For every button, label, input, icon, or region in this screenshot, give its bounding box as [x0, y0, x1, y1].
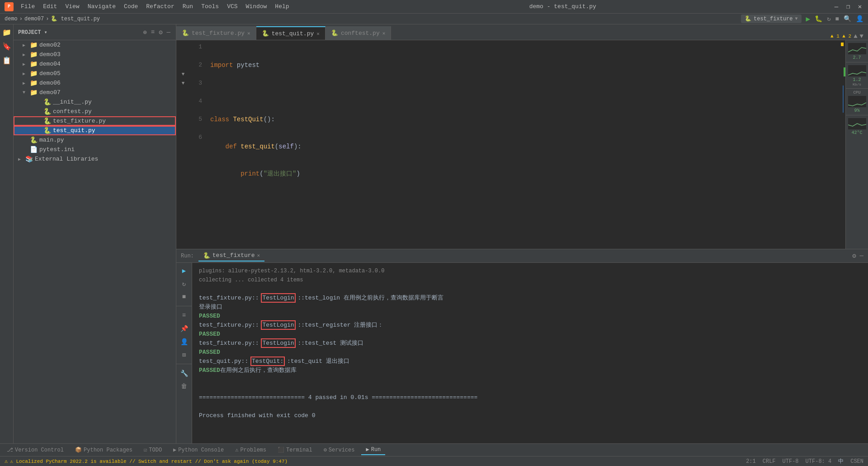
- editor-scroll-up[interactable]: ▲: [854, 33, 857, 40]
- run-pin-btn[interactable]: 📌: [179, 323, 189, 334]
- problems-icon: ⚠: [235, 447, 238, 453]
- tab-services[interactable]: ⚙ Services: [319, 445, 359, 455]
- menu-run[interactable]: Run: [179, 2, 197, 11]
- tab-conftest-close[interactable]: ✕: [382, 30, 386, 36]
- run-config-dropdown[interactable]: ▼: [795, 16, 798, 21]
- line-numbers: 1 2 3 4 5 6: [190, 40, 206, 249]
- vc-icon: ⎇: [7, 447, 13, 453]
- menu-window[interactable]: Window: [242, 2, 271, 11]
- tab-python-packages[interactable]: 📦 Python Packages: [71, 445, 137, 455]
- run-config-name[interactable]: test_fixture: [754, 16, 793, 22]
- line-endings[interactable]: CRLF: [763, 458, 776, 465]
- activity-project[interactable]: 📁: [1, 27, 13, 38]
- code-content[interactable]: import pytest class TestQuit(): def test…: [206, 40, 839, 249]
- menu-edit[interactable]: Edit: [39, 2, 61, 11]
- tree-item-demo07[interactable]: ▼ 📁 demo07: [14, 88, 176, 97]
- breadcrumb-file[interactable]: 🐍 test_quit.py: [51, 15, 100, 22]
- run-icon: 🐍: [745, 15, 751, 22]
- menu-navigate[interactable]: Navigate: [84, 2, 119, 11]
- tree-item-init[interactable]: 🐍 __init__.py: [14, 97, 176, 107]
- run-output-line-12: ============================== 4 passed …: [199, 393, 861, 402]
- sidebar-icons: ⊕ ≡ ⚙ —: [142, 28, 171, 37]
- tab-run[interactable]: ▶ Run: [361, 445, 385, 455]
- sidebar-close-icon[interactable]: —: [166, 28, 171, 37]
- activity-bookmarks[interactable]: 🔖: [1, 41, 13, 52]
- tree-item-pytest-ini[interactable]: 📄 pytest.ini: [14, 145, 176, 154]
- tree-item-test-quit[interactable]: 🐍 test_quit.py: [14, 126, 176, 135]
- maximize-button[interactable]: ❐: [844, 3, 852, 10]
- editor-area: 🐍 test_fixture.py ✕ 🐍 test_quit.py ✕ 🐍 c…: [176, 24, 868, 249]
- run-settings-btn[interactable]: ⚙: [852, 252, 856, 260]
- run-play-btn[interactable]: ▶: [179, 265, 189, 276]
- tree-item-demo05[interactable]: ▶ 📁 demo05: [14, 69, 176, 78]
- tree-item-demo02[interactable]: ▶ 📁 demo02: [14, 40, 176, 50]
- sidebar-locate-icon[interactable]: ⊕: [142, 28, 147, 37]
- menu-help[interactable]: Help: [271, 2, 292, 11]
- run-user-btn[interactable]: 👤: [179, 336, 189, 347]
- run-rerun-btn[interactable]: ↻: [179, 278, 189, 289]
- sidebar-settings-icon[interactable]: ⚙: [158, 28, 163, 37]
- menu-view[interactable]: View: [61, 2, 83, 11]
- run-expand-btn[interactable]: ⊞: [179, 349, 189, 360]
- tab-test-quit-close[interactable]: ✕: [316, 31, 320, 37]
- menu-tools[interactable]: Tools: [198, 2, 222, 11]
- line-num-5: 5: [190, 115, 202, 124]
- run-button[interactable]: ▶: [806, 14, 811, 24]
- vc-label: Version Control: [15, 447, 64, 453]
- menu-refactor[interactable]: Refactor: [142, 2, 178, 11]
- perf-memory2: 1.2 Kb/s: [846, 62, 868, 89]
- menu-code[interactable]: Code: [120, 2, 142, 11]
- run-stop-btn[interactable]: ■: [179, 291, 189, 302]
- menu-vcs[interactable]: VCS: [223, 2, 241, 11]
- tab-test-fixture[interactable]: 🐍 test_fixture.py ✕: [176, 26, 256, 40]
- fold-indicator-3: [176, 61, 190, 70]
- run-minimize-btn[interactable]: —: [860, 252, 863, 260]
- tab-python-console[interactable]: ▶ Python Console: [169, 445, 228, 455]
- breadcrumb-demo07[interactable]: demo07: [24, 16, 44, 22]
- tab-todo[interactable]: ☑ TODO: [139, 445, 166, 455]
- tab-problems[interactable]: ⚠ Problems: [231, 445, 271, 455]
- indent-size[interactable]: UTF-8: 4: [806, 458, 832, 465]
- tree-item-demo03[interactable]: ▶ 📁 demo03: [14, 50, 176, 59]
- tree-item-demo06[interactable]: ▶ 📁 demo06: [14, 78, 176, 88]
- tab-test-quit[interactable]: 🐍 test_quit.py ✕: [256, 26, 326, 40]
- console-icon: ▶: [173, 447, 176, 453]
- run-tools-btn[interactable]: 🔧: [179, 368, 189, 379]
- user-icon[interactable]: 👤: [856, 15, 863, 23]
- tab-conftest[interactable]: 🐍 conftest.py ✕: [326, 26, 391, 40]
- search-button[interactable]: 🔍: [844, 15, 851, 23]
- run-panel: Run: 🐍 test_fixture ✕ ⚙ — ▶ ↻: [176, 249, 868, 443]
- run-tab-close[interactable]: ✕: [257, 252, 260, 258]
- tree-item-test-fixture[interactable]: 🐍 test_fixture.py: [14, 116, 176, 126]
- tab-test-fixture-close[interactable]: ✕: [247, 30, 250, 36]
- tree-item-demo04[interactable]: ▶ 📁 demo04: [14, 59, 176, 69]
- tab-version-control[interactable]: ⎇ Version Control: [2, 445, 68, 455]
- activity-structure[interactable]: 📋: [1, 55, 13, 67]
- tab-bar: 🐍 test_fixture.py ✕ 🐍 test_quit.py ✕ 🐍 c…: [176, 24, 868, 40]
- run-output[interactable]: plugins: allure-pytest-2.13.2, html-3.2.…: [192, 263, 868, 443]
- status-bar: ⚠ ⚠ Localized PyCharm 2022.2 is availabl…: [0, 456, 868, 466]
- breadcrumb-demo[interactable]: demo: [5, 16, 18, 22]
- services-icon: ⚙: [324, 447, 327, 453]
- stop-button[interactable]: ■: [835, 15, 839, 23]
- editor-scroll-down[interactable]: ▼: [860, 33, 863, 40]
- sidebar-collapse-icon[interactable]: ≡: [150, 28, 156, 37]
- reload-button[interactable]: ↻: [827, 15, 830, 23]
- run-delete-btn[interactable]: 🗑: [179, 381, 189, 392]
- status-warning-text[interactable]: ⚠ Localized PyCharm 2022.2 is available …: [10, 458, 288, 464]
- tree-item-conftest[interactable]: 🐍 conftest.py: [14, 107, 176, 116]
- close-button[interactable]: ✕: [856, 3, 863, 10]
- run-output-line-2: collecting ... collected 4 items: [199, 276, 861, 285]
- code-line-5: print("退出接口"): [210, 169, 839, 178]
- tree-item-external-libs[interactable]: ▶ 📚 External Libraries: [14, 154, 176, 164]
- language-icon[interactable]: 中: [838, 457, 844, 465]
- tree-item-main[interactable]: 🐍 main.py: [14, 135, 176, 145]
- file-encoding[interactable]: UTF-8: [783, 458, 799, 465]
- debug-button[interactable]: 🐛: [815, 15, 822, 23]
- tab-terminal[interactable]: ⬛ Terminal: [273, 445, 317, 455]
- menu-file[interactable]: File: [17, 2, 38, 11]
- minimize-button[interactable]: —: [833, 3, 840, 10]
- code-editor: ▼ ▼ 1 2 3 4 5 6 import pytest class Test…: [176, 40, 868, 249]
- run-filter-btn[interactable]: ≡: [179, 310, 189, 321]
- run-tab-test-fixture[interactable]: 🐍 test_fixture ✕: [198, 251, 264, 262]
